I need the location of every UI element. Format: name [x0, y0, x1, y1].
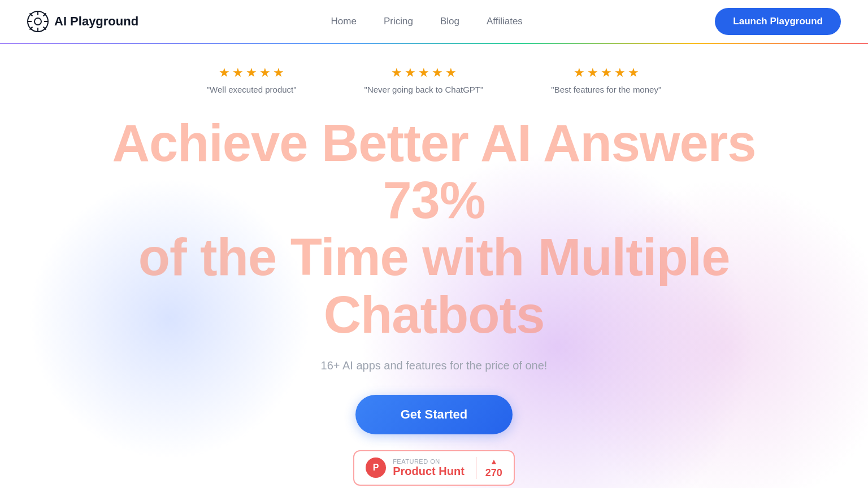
reviews-row: ★ ★ ★ ★ ★ "Well executed product" ★ ★ ★ … [207, 66, 661, 94]
ph-upvote-icon: ▲ [490, 457, 498, 466]
ph-upvote-count: 270 [485, 467, 502, 479]
star-icon: ★ [574, 66, 585, 80]
star-icon: ★ [391, 66, 402, 80]
nav-item-affiliates[interactable]: Affiliates [487, 16, 523, 27]
launch-playground-button[interactable]: Launch Playground [715, 8, 841, 35]
star-icon: ★ [273, 66, 284, 80]
product-hunt-badge[interactable]: P FEATURED ON Product Hunt ▲ 270 [353, 450, 515, 486]
star-icon: ★ [259, 66, 271, 80]
stars-1: ★ ★ ★ ★ ★ [219, 66, 284, 80]
svg-point-1 [34, 18, 41, 25]
review-item-3: ★ ★ ★ ★ ★ "Best features for the money" [551, 66, 661, 94]
review-text-2: "Never going back to ChatGPT" [364, 85, 484, 94]
nav-item-blog[interactable]: Blog [440, 16, 459, 27]
star-icon: ★ [432, 66, 443, 80]
hero-subheading: 16+ AI apps and features for the price o… [321, 359, 548, 372]
star-icon: ★ [614, 66, 626, 80]
ph-brand-name: Product Hunt [393, 465, 465, 478]
nav-item-home[interactable]: Home [331, 16, 357, 27]
star-icon: ★ [405, 66, 416, 80]
ph-featured-label: FEATURED ON [393, 458, 465, 465]
star-icon: ★ [601, 66, 612, 80]
star-icon: ★ [246, 66, 257, 80]
hero-heading-line2: of the Time with Multiple Chatbots [138, 228, 730, 343]
star-icon: ★ [418, 66, 429, 80]
product-hunt-logo: P [366, 457, 386, 478]
logo-link[interactable]: AI Playground [27, 11, 138, 32]
hero-heading-line1: Achieve Better AI Answers 73% [112, 114, 756, 229]
star-icon: ★ [445, 66, 457, 80]
logo-text: AI Playground [54, 14, 138, 29]
star-icon: ★ [219, 66, 230, 80]
review-text-3: "Best features for the money" [551, 85, 661, 94]
star-icon: ★ [587, 66, 598, 80]
star-icon: ★ [628, 66, 639, 80]
stars-2: ★ ★ ★ ★ ★ [391, 66, 457, 80]
nav-links: Home Pricing Blog Affiliates [331, 16, 523, 27]
product-hunt-text-block: FEATURED ON Product Hunt [393, 458, 465, 478]
ph-upvote-section: ▲ 270 [476, 457, 502, 479]
review-text-1: "Well executed product" [207, 85, 297, 94]
nav-item-pricing[interactable]: Pricing [384, 16, 413, 27]
get-started-button[interactable]: Get Started [355, 395, 513, 434]
navbar: AI Playground Home Pricing Blog Affiliat… [0, 0, 868, 43]
hero-heading: Achieve Better AI Answers 73% of the Tim… [67, 115, 801, 343]
review-item-1: ★ ★ ★ ★ ★ "Well executed product" [207, 66, 297, 94]
star-icon: ★ [232, 66, 244, 80]
logo-icon [27, 11, 49, 32]
main-content: ★ ★ ★ ★ ★ "Well executed product" ★ ★ ★ … [0, 43, 868, 486]
stars-3: ★ ★ ★ ★ ★ [574, 66, 639, 80]
review-item-2: ★ ★ ★ ★ ★ "Never going back to ChatGPT" [364, 66, 484, 94]
